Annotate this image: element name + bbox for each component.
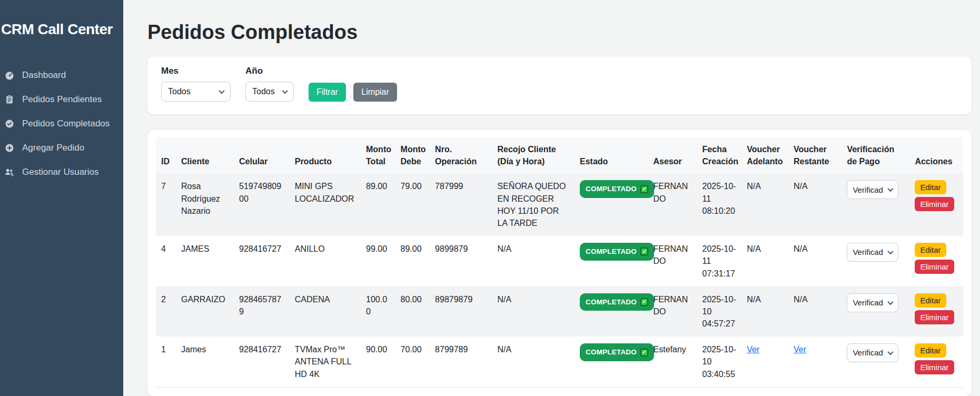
sidebar-nav: Dashboard Pedidos Pendientes Pedidos Com… <box>1 63 120 184</box>
app-title: CRM Call Center <box>1 21 120 38</box>
cell-monto-total: 90.00 <box>366 345 387 354</box>
filter-card: Mes Todos Año Todos Filtrar Limpiar <box>147 56 972 114</box>
ano-select-value: Todos <box>252 87 275 96</box>
table-row: 7 Rosa Rodríguez Nazario 51974980900 MIN… <box>156 173 963 236</box>
mes-label: Mes <box>161 66 231 76</box>
col-header-celular: Celular <box>234 137 290 173</box>
cell-cliente: James <box>181 345 206 354</box>
cell-celular: 51974980900 <box>239 182 281 203</box>
chevron-down-icon <box>282 88 288 94</box>
cell-monto-debe: 80.00 <box>401 295 422 304</box>
verificacion-select-value: Verificado <box>853 184 883 196</box>
sidebar-item-label: Dashboard <box>22 70 66 81</box>
col-header-cliente: Cliente <box>176 137 234 173</box>
cell-fecha-creacion: 2025-10-10 04:57:27 <box>702 295 736 328</box>
verificacion-select[interactable]: Verificado <box>847 293 898 312</box>
cell-asesor: FERNANDO <box>654 182 688 203</box>
cell-voucher-restante: N/A <box>794 182 808 191</box>
editar-button[interactable]: Editar <box>915 243 946 257</box>
cell-monto-total: 100.00 <box>366 295 387 316</box>
ano-label: Año <box>245 66 294 76</box>
cell-recojo: N/A <box>498 244 512 253</box>
chevron-down-icon <box>888 186 894 192</box>
status-badge-label: COMPLETADO <box>586 297 637 308</box>
verificacion-select[interactable]: Verificado <box>847 180 898 199</box>
row-actions: Editar Eliminar <box>915 343 958 374</box>
editar-button[interactable]: Editar <box>915 343 946 358</box>
table-row: 2 GARRAIZO 9284657879 CADENA 100.00 80.0… <box>156 286 963 337</box>
cell-fecha-creacion: 2025-10-11 08:10:20 <box>702 182 736 215</box>
cell-voucher-adelanto[interactable]: Ver <box>747 345 759 354</box>
ano-select[interactable]: Todos <box>245 82 294 102</box>
cell-producto: ANILLO <box>295 244 325 253</box>
sidebar-item-gestionar-usuarios[interactable]: Gestionar Usuarios <box>1 160 120 184</box>
table-header-row: ID Cliente Celular Producto Monto Total … <box>156 137 963 173</box>
orders-table-body: 7 Rosa Rodríguez Nazario 51974980900 MIN… <box>156 173 963 387</box>
mes-select[interactable]: Todos <box>161 82 231 102</box>
eliminar-button[interactable]: Eliminar <box>915 260 954 274</box>
cell-monto-total: 99.00 <box>366 244 387 253</box>
chevron-down-icon <box>888 299 894 305</box>
sidebar-item-pedidos-completados[interactable]: Pedidos Completados <box>1 112 120 136</box>
cell-id: 2 <box>161 295 166 304</box>
orders-table-card: ID Cliente Celular Producto Monto Total … <box>147 130 972 396</box>
gauge-icon <box>4 70 15 81</box>
verificacion-select-value: Verificado <box>853 246 883 258</box>
clipboard-icon <box>4 94 15 105</box>
sidebar-item-label: Pedidos Completados <box>22 118 110 129</box>
verificacion-select[interactable]: Verificado <box>847 343 898 362</box>
check-emoji-icon: ✓ <box>640 247 648 255</box>
eliminar-button[interactable]: Eliminar <box>915 197 954 211</box>
cell-voucher-adelanto: N/A <box>747 244 761 253</box>
sidebar-item-agregar-pedido[interactable]: Agregar Pedido <box>1 136 120 160</box>
cell-fecha-creacion: 2025-10-10 03:40:55 <box>702 345 736 378</box>
cell-monto-debe: 79.00 <box>401 182 422 191</box>
mes-select-value: Todos <box>168 87 191 96</box>
col-header-estado: Estado <box>575 137 648 173</box>
plus-circle-icon <box>4 143 15 153</box>
col-header-asesor: Asesor <box>648 137 697 173</box>
row-actions: Editar Eliminar <box>915 293 958 324</box>
cell-asesor: Estefany <box>654 345 686 354</box>
eliminar-button[interactable]: Eliminar <box>915 360 954 374</box>
status-badge-label: COMPLETADO <box>586 347 637 358</box>
cell-asesor: FERNANDO <box>654 244 688 265</box>
col-header-id: ID <box>156 137 176 173</box>
col-header-voucher-restante: Voucher Restante <box>788 137 842 173</box>
sidebar-item-pedidos-pendientes[interactable]: Pedidos Pendientes <box>1 87 120 112</box>
verificacion-select[interactable]: Verificado <box>847 243 898 262</box>
check-emoji-icon: ✓ <box>640 298 648 306</box>
filtrar-button[interactable]: Filtrar <box>309 83 346 102</box>
check-emoji-icon: ✓ <box>640 349 648 357</box>
cell-id: 4 <box>161 244 166 253</box>
chevron-down-icon <box>888 349 894 355</box>
page-title: Pedidos Completados <box>147 21 972 44</box>
row-actions: Editar Eliminar <box>915 243 958 274</box>
cell-voucher-adelanto: N/A <box>747 295 761 304</box>
filter-buttons: Filtrar Limpiar <box>309 83 397 102</box>
cell-producto: MINI GPS LOCALIZADOR <box>295 182 354 203</box>
col-header-producto: Producto <box>290 137 361 173</box>
editar-button[interactable]: Editar <box>915 293 946 308</box>
editar-button[interactable]: Editar <box>915 180 946 194</box>
status-badge-label: COMPLETADO <box>586 184 637 194</box>
col-header-fecha-creacion: Fecha Creación <box>697 137 742 173</box>
eliminar-button[interactable]: Eliminar <box>915 310 954 324</box>
col-header-recojo: Recojo Cliente (Día y Hora) <box>492 137 575 173</box>
verificacion-select-value: Verificado <box>853 347 883 359</box>
sidebar-item-dashboard[interactable]: Dashboard <box>1 63 120 87</box>
verificacion-select-value: Verificado <box>853 297 883 309</box>
col-header-acciones: Acciones <box>909 137 963 173</box>
cell-celular: 9284657879 <box>239 295 281 316</box>
table-row: 4 JAMES 928416727 ANILLO 99.00 89.00 989… <box>156 236 963 286</box>
limpiar-button[interactable]: Limpiar <box>353 83 397 102</box>
cell-voucher-restante[interactable]: Ver <box>794 345 806 354</box>
cell-monto-debe: 70.00 <box>401 345 422 354</box>
filter-group-mes: Mes Todos <box>161 66 231 102</box>
check-emoji-icon: ✓ <box>640 185 648 193</box>
cell-monto-debe: 89.00 <box>401 244 422 253</box>
check-circle-icon <box>4 118 15 129</box>
sidebar-item-label: Pedidos Pendientes <box>22 94 102 105</box>
cell-nro-operacion: 89879879 <box>435 295 472 304</box>
status-badge: COMPLETADO ✓ <box>580 293 654 311</box>
